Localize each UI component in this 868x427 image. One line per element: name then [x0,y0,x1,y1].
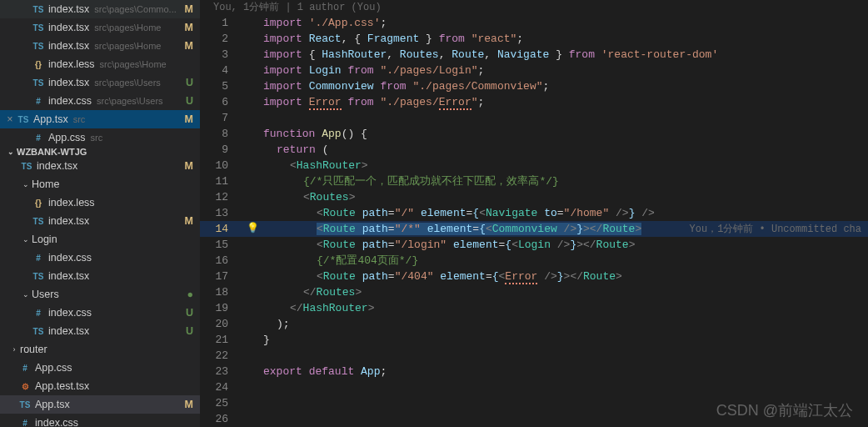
item-name: index.css [35,417,78,427]
close-icon[interactable]: × [3,113,17,125]
open-editor-item[interactable]: #App.csssrc [0,128,200,147]
lightbulb-icon[interactable]: 💡 [247,222,259,234]
open-editor-item[interactable]: {}index.lesssrc\pages\Home [0,55,200,73]
git-status: M [185,215,193,227]
line-numbers-gutter: 123456789 1011121314151617 1819202122232… [200,15,243,427]
item-name: Login [32,234,57,245]
git-status: U [186,307,193,319]
open-editor-item[interactable]: TSindex.tsxsrc\pages\UsersU [0,73,200,92]
file-path: src\pages\Commo... [94,4,176,14]
git-status: U [186,325,193,337]
git-status: U [186,95,193,107]
tree-file[interactable]: ⚙App.test.tsx [0,377,200,395]
git-status: M [185,113,193,125]
item-name: App.test.tsx [35,380,89,392]
file-path: src\pages\Users [94,78,160,88]
tree-file[interactable]: TSindex.tsx [0,267,200,285]
file-icon: TS [32,214,45,228]
tree-file[interactable]: TSindex.tsxU [0,322,200,340]
file-icon: # [32,251,45,264]
tree-file[interactable]: #App.css [0,359,200,377]
file-icon: TS [32,324,45,338]
file-name: App.css [48,132,85,143]
file-icon: TS [32,3,45,16]
file-icon: TS [20,159,33,173]
tree-file[interactable]: #index.cssU [0,304,200,322]
git-status: M [185,40,193,52]
git-status: U [186,77,193,88]
file-path: src\pages\Users [97,96,162,106]
git-status: ● [187,289,193,300]
file-icon: TS [32,21,45,34]
file-name: index.tsx [48,22,89,33]
item-name: Users [32,289,59,300]
tree-folder[interactable]: ⌄Home [0,175,200,193]
item-name: index.tsx [48,325,89,337]
git-status: M [185,160,193,172]
tree-file[interactable]: TSindex.tsxM [0,212,200,230]
file-icon: # [32,94,45,108]
file-icon: TS [32,269,45,283]
open-editor-item[interactable]: TSindex.tsxsrc\pages\HomeM [0,37,200,55]
item-name: index.css [48,307,92,319]
file-name: App.tsx [33,113,68,125]
item-name: index.less [48,197,95,208]
open-editor-item[interactable]: #index.csssrc\pages\UsersU [0,92,200,110]
file-path: src\pages\Home [100,59,167,69]
file-name: index.css [48,95,92,107]
file-name: index.less [48,58,95,70]
file-icon: # [32,306,45,319]
item-name: index.css [48,252,92,264]
file-icon: TS [17,113,30,126]
item-name: index.tsx [48,215,89,227]
tree-file[interactable]: TSindex.tsxM [0,157,200,175]
file-path: src [73,114,86,124]
chevron-icon: ⌄ [20,290,32,299]
file-icon: ⚙ [18,379,32,393]
chevron-icon: ⌄ [20,235,32,244]
item-name: Home [32,178,59,190]
git-status: M [185,399,193,410]
file-icon: TS [32,39,45,53]
git-status: M [185,3,193,15]
file-icon: # [18,361,32,374]
item-name: index.tsx [48,270,89,282]
open-editor-item[interactable]: TSindex.tsxsrc\pages\Commo...M [0,0,200,18]
file-icon: # [32,131,45,144]
file-name: index.tsx [48,77,89,88]
project-section[interactable]: ⌄ WZBANK-WTJG [0,147,200,157]
tree-file[interactable]: TSApp.tsxM [0,395,200,414]
git-blame-annotation: You, 1分钟前 | 1 author (You) [213,0,382,14]
open-editor-item[interactable]: ×TSApp.tsxsrcM [0,110,200,128]
chevron-down-icon: ⌄ [5,148,17,156]
editor[interactable]: You, 1分钟前 | 1 author (You) 123456789 101… [200,0,868,427]
tree-file[interactable]: #index.css [0,249,200,267]
tree-file[interactable]: #index.css [0,414,200,427]
item-name: App.css [35,362,72,374]
file-name: index.tsx [48,3,89,15]
file-icon: # [18,416,32,427]
file-path: src\pages\Home [94,23,161,33]
file-name: index.tsx [48,40,89,52]
tree-folder[interactable]: ⌄Users● [0,285,200,304]
item-name: App.tsx [35,399,70,410]
git-status: M [185,22,193,33]
open-editor-item[interactable]: TSindex.tsxsrc\pages\HomeM [0,18,200,37]
item-name: index.tsx [37,160,77,172]
file-icon: TS [32,76,45,89]
code-content[interactable]: import './App.css'; import React, { Frag… [263,15,868,427]
tree-folder[interactable]: ⌄Login [0,230,200,249]
file-path: src [90,133,102,143]
chevron-icon: › [8,345,20,354]
tree-folder[interactable]: ›router [0,340,200,359]
file-icon: {} [32,196,45,209]
file-path: src\pages\Home [94,41,161,51]
file-icon: {} [32,58,45,71]
sidebar: TSindex.tsxsrc\pages\Commo...MTSindex.ts… [0,0,200,427]
file-icon: TS [18,398,32,411]
project-name: WZBANK-WTJG [17,147,87,157]
chevron-icon: ⌄ [20,180,32,188]
tree-file[interactable]: {}index.less [0,193,200,212]
item-name: router [20,344,47,355]
